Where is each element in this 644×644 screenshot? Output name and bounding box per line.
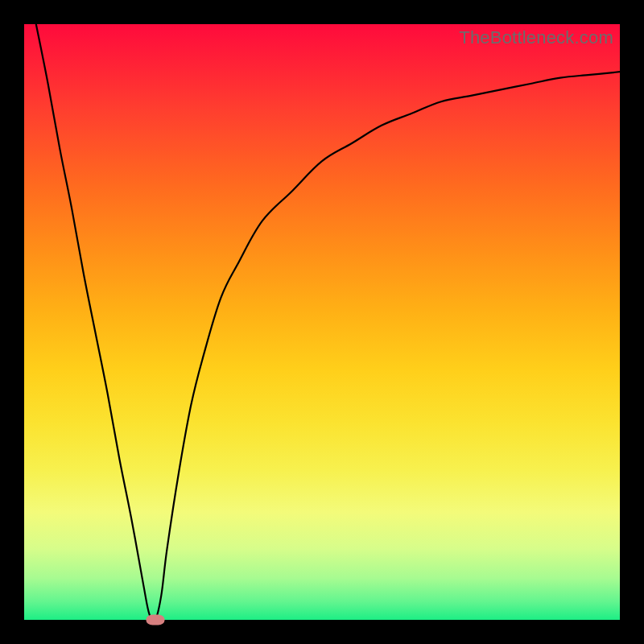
chart-frame: TheBottleneck.com (0, 0, 644, 644)
bottleneck-curve (24, 24, 620, 620)
minimum-marker (146, 615, 164, 625)
plot-area: TheBottleneck.com (24, 24, 620, 620)
